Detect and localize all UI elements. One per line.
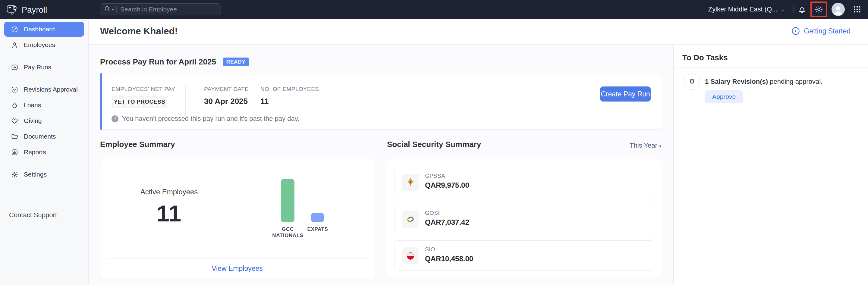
todo-task-text: 1 Salary Revision(s) pending approval. bbox=[705, 78, 823, 86]
app-logo[interactable]: Payroll bbox=[6, 4, 47, 16]
yet-to-process-chip: YET TO PROCESS bbox=[112, 95, 167, 108]
payrun-section-title: Process Pay Run for April 2025 bbox=[100, 57, 216, 67]
bell-icon bbox=[798, 5, 807, 14]
person-icon bbox=[11, 41, 19, 49]
sidebar-item-settings[interactable]: Settings bbox=[4, 167, 84, 182]
money-bag-icon bbox=[11, 101, 19, 109]
gear-icon bbox=[11, 171, 19, 178]
social-row-sio[interactable]: SIO QAR10,458.00 bbox=[395, 241, 654, 271]
org-switcher[interactable]: Zylker Middle East (Q... ⌄ bbox=[708, 5, 785, 13]
heart-icon bbox=[11, 117, 19, 125]
dashboard-icon bbox=[11, 26, 19, 33]
payroll-dashboard: Payroll ▾ Zylker Middle East (Q... ⌄ bbox=[0, 0, 868, 285]
sidebar-divider bbox=[5, 203, 84, 203]
employee-count-field: NO. OF EMPLOYEES 11 bbox=[260, 86, 319, 106]
view-employees-link[interactable]: View Employees bbox=[100, 264, 374, 273]
payrun-card: EMPLOYEES' NET PAY YET TO PROCESS PAYMEN… bbox=[100, 73, 661, 130]
sidebar-item-loans[interactable]: Loans bbox=[4, 98, 84, 113]
app-name: Payroll bbox=[22, 5, 47, 15]
bar-chart-icon bbox=[11, 149, 19, 156]
play-circle-icon bbox=[791, 27, 800, 36]
settings-button[interactable] bbox=[810, 1, 827, 17]
org-name: Zylker Middle East (Q... bbox=[708, 5, 778, 13]
active-employees-block: Active Employees 11 bbox=[100, 159, 238, 227]
page-title: Welcome Khaled! bbox=[100, 26, 178, 37]
payrun-note: i You haven't processed this pay run and… bbox=[112, 115, 299, 123]
payroll-logo-icon bbox=[6, 4, 18, 16]
highlight-box bbox=[810, 1, 827, 17]
social-row-gosi[interactable]: GOSI QAR7,037.42 bbox=[395, 204, 654, 234]
welcome-header: Welcome Khaled! Getting Started bbox=[89, 19, 868, 44]
search-input[interactable] bbox=[120, 6, 217, 13]
folder-icon bbox=[11, 133, 19, 140]
search-scope-caret-icon[interactable]: ▾ bbox=[112, 7, 114, 12]
active-employees-count: 11 bbox=[100, 200, 238, 227]
bar-label-expats: EXPATS bbox=[299, 226, 336, 232]
caret-down-icon: ▾ bbox=[659, 144, 661, 149]
card-accent-bar bbox=[100, 73, 102, 130]
apps-grid-icon bbox=[853, 5, 861, 13]
user-avatar[interactable] bbox=[832, 3, 845, 16]
search-divider bbox=[116, 6, 117, 13]
net-pay-field: EMPLOYEES' NET PAY YET TO PROCESS bbox=[112, 86, 175, 108]
uae-emblem bbox=[402, 174, 419, 191]
payment-date-field: PAYMENT DATE 30 Apr 2025 bbox=[204, 86, 249, 106]
top-bar: Payroll ▾ Zylker Middle East (Q... ⌄ bbox=[0, 0, 868, 19]
bar-gcc-nationals bbox=[281, 179, 294, 222]
coins-icon bbox=[684, 73, 700, 90]
info-icon: i bbox=[112, 116, 119, 122]
sidebar-item-revisions-approval[interactable]: Revisions Approval bbox=[4, 82, 84, 97]
employee-summary-card: Active Employees 11 GCC NATIONALS EXPATS… bbox=[100, 159, 374, 278]
gosi-logo bbox=[402, 211, 419, 228]
social-security-title: Social Security Summary bbox=[387, 140, 481, 149]
apps-menu-button[interactable] bbox=[853, 5, 861, 13]
todo-panel: To Do Tasks 1 Salary Revision(s) pending… bbox=[673, 44, 868, 285]
contact-support-link[interactable]: Contact Support bbox=[4, 211, 84, 219]
check-square-icon bbox=[11, 86, 19, 93]
employee-summary-title: Employee Summary bbox=[100, 140, 175, 149]
calendar-arrow-icon bbox=[11, 64, 19, 71]
todo-title: To Do Tasks bbox=[682, 53, 728, 62]
getting-started-link[interactable]: Getting Started bbox=[791, 27, 850, 36]
main-content: Process Pay Run for April 2025 READY EMP… bbox=[89, 44, 673, 285]
sidebar-item-reports[interactable]: Reports bbox=[4, 145, 84, 160]
create-pay-run-button[interactable]: Create Pay Run bbox=[600, 87, 651, 101]
status-badge: READY bbox=[223, 58, 249, 66]
approve-button[interactable]: Approve bbox=[705, 90, 743, 103]
bar-expats bbox=[311, 213, 324, 222]
sidebar-nav: Dashboard Employees Pay Runs Revisions A… bbox=[0, 19, 89, 285]
sidebar-item-pay-runs[interactable]: Pay Runs bbox=[4, 60, 84, 75]
bahrain-emblem bbox=[402, 247, 419, 264]
sidebar-item-giving[interactable]: Giving bbox=[4, 113, 84, 128]
search-icon bbox=[104, 5, 111, 13]
topbar-right-cluster: Zylker Middle East (Q... ⌄ bbox=[701, 0, 868, 19]
global-search[interactable]: ▾ bbox=[100, 3, 221, 15]
sidebar-item-documents[interactable]: Documents bbox=[4, 129, 84, 144]
period-dropdown[interactable]: This Year ▾ bbox=[622, 141, 661, 150]
sidebar-item-dashboard[interactable]: Dashboard bbox=[4, 22, 84, 37]
social-security-card: GPSSA QAR9,975.00 GOSI QAR7,037.42 bbox=[387, 159, 661, 276]
chevron-down-icon: ⌄ bbox=[781, 7, 785, 12]
notifications-button[interactable] bbox=[798, 5, 807, 14]
social-row-gpssa[interactable]: GPSSA QAR9,975.00 bbox=[395, 167, 654, 197]
sidebar-item-employees[interactable]: Employees bbox=[4, 37, 84, 53]
